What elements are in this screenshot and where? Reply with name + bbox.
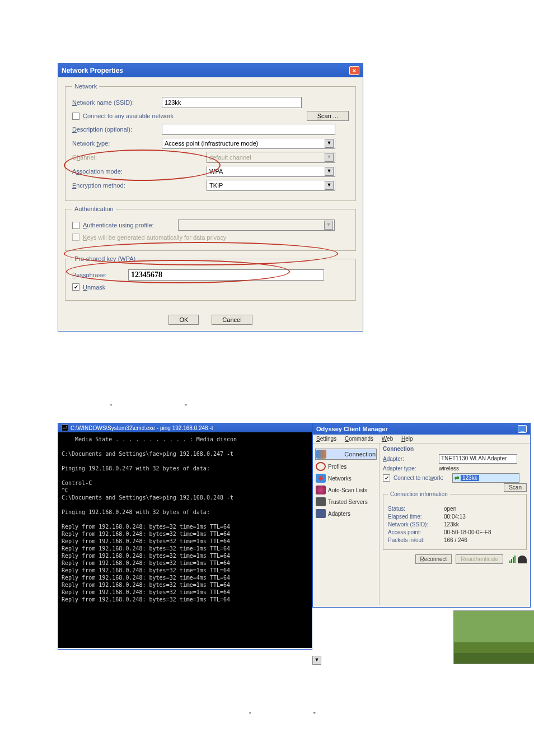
connect-network-label: Connect to network: [394, 475, 452, 481]
auth-profile-label: Authenticate using profile: [83, 222, 178, 228]
network-type-select[interactable]: Access point (infrastructure mode) ▼ [162, 138, 335, 149]
encryption-method-select[interactable]: TKIP ▼ [207, 180, 335, 191]
cmd-output[interactable]: Media State . . . . . . . . . . . : Medi… [58, 432, 312, 648]
channel-select: default channel ▼ [207, 152, 335, 163]
dialog-buttons: OK Cancel [65, 316, 356, 323]
signal-icon [507, 556, 516, 563]
connect-any-checkbox[interactable] [72, 113, 79, 120]
sidebar-item-profiles[interactable]: Profiles [315, 461, 377, 472]
status-value: open [444, 506, 456, 512]
chevron-down-icon: ▼ [325, 153, 334, 162]
keys-auto-label: Keys will be generated automatically for… [83, 234, 226, 241]
description-input[interactable] [162, 124, 335, 135]
sidebar-item-connection[interactable]: Connection [315, 449, 377, 460]
status-label: Status: [388, 506, 444, 512]
adapter-select[interactable]: TNET1130 WLAN Adapter [439, 454, 517, 464]
authentication-legend: Authentication [72, 206, 116, 212]
menu-commands[interactable]: Commands [345, 436, 373, 442]
connection-info-legend: Connection information [388, 491, 450, 497]
scan-button[interactable]: Scan [504, 483, 527, 492]
ok-button[interactable]: OK [168, 315, 199, 325]
odyssey-sidebar: Connection Profiles Networks Auto-Scan L… [313, 444, 379, 605]
adapter-label: Adapter: [383, 456, 439, 462]
sidebar-item-networks[interactable]: Networks [315, 473, 377, 483]
ap-label: Access point: [388, 529, 444, 535]
lock-icon [518, 556, 527, 563]
auth-profile-select: ▼ [178, 220, 335, 231]
network-legend: Network [72, 83, 99, 90]
adapter-type-label: Adapter type: [383, 465, 439, 472]
link-icon: ⇄ [455, 475, 459, 481]
network-group: Network NNetwork name (SSID):etwork name… [65, 83, 356, 201]
menu-settings[interactable]: Settings [316, 436, 336, 442]
passphrase-input[interactable] [128, 269, 324, 281]
packets-label: Packets in/out: [388, 537, 444, 543]
odyssey-panel: Connection Adapter: TNET1130 WLAN Adapte… [379, 444, 530, 605]
chevron-down-icon[interactable]: ▼ [325, 167, 334, 176]
elapsed-label: Elapsed time: [388, 514, 444, 520]
chevron-down-icon[interactable]: ▼ [325, 181, 334, 190]
minimize-icon[interactable]: _ [518, 425, 527, 433]
ssid-label: NNetwork name (SSID):etwork name (SSID): [72, 99, 162, 106]
connect-network-checkbox[interactable]: ✔ [383, 474, 390, 482]
ssid-input[interactable] [162, 97, 302, 108]
trusted-icon [316, 497, 326, 506]
dialog-titlebar[interactable]: Network Properties × [58, 64, 363, 77]
scan-button[interactable]: SScan ...can ... [307, 111, 349, 121]
elapsed-value: 00:04:13 [444, 514, 466, 520]
association-mode-label: Association mode: [72, 168, 162, 175]
chevron-down-icon[interactable]: ▼ [325, 139, 334, 148]
odyssey-menubar[interactable]: Settings Commands Web Help [313, 435, 530, 444]
adapters-icon [316, 509, 326, 518]
ssid-info-label: Network (SSID): [388, 521, 444, 528]
channel-label: Channel: [72, 154, 162, 161]
connect-any-label: Connect to any available network [83, 113, 307, 119]
reauthenticate-button: Reauthenticate [456, 554, 503, 564]
odyssey-actions: Reconnect Reauthenticate [383, 554, 527, 564]
dialog-title: Network Properties [62, 67, 123, 74]
network-properties-dialog: Network Properties × Network NNetwork na… [58, 63, 363, 332]
cmd-icon: c:\ [62, 424, 68, 431]
menu-web[interactable]: Web [382, 436, 393, 442]
association-mode-select[interactable]: WPA ▼ [207, 166, 335, 177]
networks-icon [316, 474, 326, 483]
sidebar-item-autoscan[interactable]: Auto-Scan Lists [315, 485, 377, 495]
unmask-checkbox[interactable]: ✔ [72, 283, 79, 291]
chevron-down-icon: ▼ [324, 221, 333, 230]
psk-group: Pre-shared key (WPA) Passphrase: ✔ Unmas… [65, 255, 356, 301]
cancel-button[interactable]: Cancel [212, 315, 252, 325]
desktop-composite: c:\ C:\WINDOWS\System32\cmd.exe - ping 1… [58, 423, 533, 669]
packets-value: 166 / 246 [444, 537, 467, 543]
quote-mark: ” [185, 403, 187, 410]
quote-mark: “ [249, 711, 251, 718]
auth-profile-checkbox[interactable] [72, 222, 79, 229]
network-select[interactable]: ⇄ 123kk [452, 473, 519, 483]
ssid-info-value: 123kk [444, 521, 459, 528]
odyssey-window[interactable]: Odyssey Client Manager _ Settings Comman… [312, 423, 531, 608]
quote-mark: “ [110, 403, 113, 410]
adapter-type-value: wireless [439, 465, 459, 472]
authentication-group: Authentication Authenticate using profil… [65, 206, 356, 251]
desktop-thumbnail[interactable] [453, 610, 534, 664]
profiles-icon [316, 462, 326, 471]
ap-value: 00-50-18-00-0F-F8 [444, 529, 491, 535]
dialog-body: Network NNetwork name (SSID):etwork name… [58, 77, 363, 331]
description-label: Description (optional): [72, 126, 162, 133]
passphrase-label: Passphrase: [72, 272, 128, 278]
unmask-label: Unmask [83, 284, 105, 291]
cmd-window[interactable]: c:\ C:\WINDOWS\System32\cmd.exe - ping 1… [58, 423, 312, 650]
quote-mark: ” [313, 711, 316, 718]
autoscan-icon [316, 486, 326, 494]
odyssey-title: Odyssey Client Manager [316, 426, 388, 432]
cmd-title-text: C:\WINDOWS\System32\cmd.exe - ping 192.1… [71, 425, 213, 431]
sidebar-item-adapters[interactable]: Adapters [315, 508, 377, 519]
odyssey-titlebar[interactable]: Odyssey Client Manager _ [313, 423, 530, 435]
network-type-label: Network type: [72, 140, 162, 147]
chevron-down-icon[interactable]: ▼ [312, 656, 321, 665]
close-icon[interactable]: × [349, 66, 359, 75]
keys-auto-checkbox [72, 234, 79, 241]
reconnect-button[interactable]: Reconnect [415, 554, 452, 564]
cmd-titlebar[interactable]: c:\ C:\WINDOWS\System32\cmd.exe - ping 1… [58, 423, 312, 432]
sidebar-item-trusted[interactable]: Trusted Servers [315, 497, 377, 507]
menu-help[interactable]: Help [401, 436, 413, 442]
